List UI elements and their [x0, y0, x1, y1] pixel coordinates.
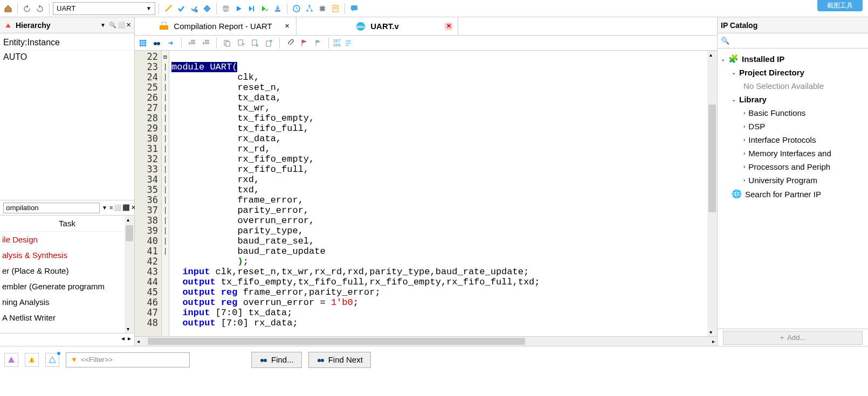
divider [279, 38, 280, 48]
task-item[interactable]: ning Analysis [0, 294, 134, 310]
undo-icon[interactable] [21, 3, 33, 15]
ip-library-item[interactable]: ›Interface Protocols [720, 133, 866, 147]
pin-icon[interactable]: ⬜ [118, 22, 125, 29]
cut-icon[interactable] [235, 37, 247, 49]
code-content[interactable]: module UART( clk, reset_n, tx_data, tx_w… [169, 51, 707, 336]
tab-uart-v[interactable]: abc UART.v ✕ [297, 17, 458, 35]
line-numbers-icon[interactable]: 267 268 [333, 37, 340, 49]
diamond-icon[interactable] [201, 3, 213, 15]
chip-icon[interactable] [316, 3, 328, 15]
tasks-combo[interactable] [3, 203, 100, 213]
ip-library[interactable]: ⌄ Library [720, 93, 866, 106]
filter-input[interactable]: ▼ <<Filter>> [66, 352, 190, 367]
binoculars-icon[interactable] [151, 37, 163, 49]
ip-library-item[interactable]: ›Memory Interfaces and [720, 147, 866, 160]
ip-search-input[interactable] [732, 37, 865, 45]
scrollbar-thumb[interactable] [708, 105, 716, 212]
tree-icon[interactable] [304, 3, 315, 15]
doc-icon[interactable] [329, 3, 341, 15]
copy-icon[interactable] [221, 37, 233, 49]
hierarchy-root[interactable]: AUTO [2, 50, 132, 64]
divider [17, 3, 18, 14]
add-ip-button[interactable]: + Add... [723, 331, 863, 345]
bubble-icon[interactable] [348, 3, 360, 15]
puzzle-icon: 🧩 [728, 54, 739, 64]
close-tab-icon[interactable]: ✕ [445, 23, 452, 30]
svg-point-26 [264, 359, 267, 362]
scroll-right-icon[interactable]: ▸ [712, 338, 715, 344]
task-item[interactable]: A Netlist Writer [0, 310, 134, 325]
task-item[interactable]: er (Place & Route) [0, 263, 134, 279]
fold-gutter[interactable]: ⊟ │ │ │ │ │ │ │ │ │ │ │ │ │ │ │ │ │ │ │ [162, 51, 169, 336]
scroll-right-icon[interactable]: ▸ [128, 335, 131, 345]
divider [181, 38, 182, 48]
ip-library-item[interactable]: ›University Program [720, 173, 866, 187]
play-next-icon[interactable] [246, 3, 258, 15]
indent-icon[interactable] [186, 37, 198, 49]
flag-dim-icon[interactable] [312, 37, 324, 49]
scroll-up-icon[interactable]: ▴ [127, 217, 129, 223]
task-item[interactable]: embler (Generate programm [0, 279, 134, 294]
attach-icon[interactable] [284, 37, 296, 49]
close-tab-icon[interactable]: ✕ [283, 23, 291, 30]
svg-rect-22 [252, 40, 257, 45]
task-item[interactable]: alysis & Synthesis [0, 247, 134, 263]
arrow-right-icon[interactable] [165, 37, 177, 49]
download-icon[interactable] [272, 3, 284, 15]
scroll-left-icon[interactable]: ◂ [121, 335, 125, 345]
ip-project-dir[interactable]: ⌄ Project Directory [720, 66, 866, 79]
tasks-body: Task ile Designalysis & Synthesiser (Pla… [0, 216, 134, 333]
wrap-icon[interactable] [342, 37, 354, 49]
ip-search-partner[interactable]: 🌐 Search for Partner IP [720, 187, 866, 201]
ip-library-item[interactable]: ›Processors and Periph [720, 160, 866, 173]
home-icon[interactable] [2, 3, 14, 15]
paste-up-icon[interactable] [263, 37, 275, 49]
paste-down-icon[interactable] [249, 37, 261, 49]
redo-icon[interactable] [34, 3, 46, 15]
stop-icon[interactable]: STOP [220, 3, 232, 15]
check-blue-icon[interactable] [175, 3, 187, 15]
check-gear-icon[interactable] [188, 3, 200, 15]
ip-root[interactable]: ⌄ 🧩 Installed IP [720, 52, 866, 66]
ip-title: IP Catalog [721, 21, 865, 30]
play-check-icon[interactable] [259, 3, 271, 15]
chevron-down-icon[interactable]: ▼ [102, 205, 107, 211]
warning-purple-icon[interactable] [4, 353, 18, 367]
flag-icon[interactable] [298, 37, 310, 49]
ip-search: 🔍 [718, 33, 868, 48]
scroll-down-icon[interactable]: ▾ [709, 329, 712, 335]
line-gutter: 22 23 24 25 26 27 28 29 30 31 32 33 34 3… [135, 51, 162, 336]
outdent-icon[interactable] [200, 37, 212, 49]
warning-blue-icon[interactable] [45, 353, 59, 367]
tasks-scrollbar[interactable]: ▴ ▾ [125, 216, 134, 333]
ip-library-item[interactable]: ›DSP [720, 120, 866, 133]
project-selector[interactable]: UART ▼ [53, 2, 155, 15]
ip-library-item[interactable]: ›Basic Functions [720, 106, 866, 120]
find-button[interactable]: Find... [251, 352, 302, 368]
list-icon[interactable]: ≡ [109, 204, 113, 211]
chevron-down-icon[interactable]: ▼ [100, 22, 106, 28]
maximize-icon[interactable]: ⬛ [122, 204, 130, 211]
scroll-left-icon[interactable]: ◂ [137, 338, 140, 344]
play-icon[interactable] [233, 3, 245, 15]
file-icon: abc [355, 21, 366, 32]
warning-yellow-icon[interactable]: ! [25, 353, 39, 367]
ip-header: IP Catalog [718, 17, 868, 33]
clock-icon[interactable] [291, 3, 302, 15]
scrollbar-thumb[interactable] [148, 338, 525, 345]
pin-icon[interactable]: ⬜ [114, 204, 121, 211]
find-next-button[interactable]: Find Next [308, 352, 371, 368]
editor-hscrollbar[interactable]: ◂ ▸ [135, 336, 717, 346]
editor-vscrollbar[interactable]: ▴ ▾ [707, 51, 717, 336]
scrollbar-thumb[interactable] [126, 225, 133, 241]
scroll-up-icon[interactable]: ▴ [709, 52, 712, 58]
chevron-down-icon: ⌄ [732, 70, 736, 75]
search-small-icon[interactable]: 🔍 [109, 22, 116, 29]
scroll-down-icon[interactable]: ▾ [127, 326, 129, 332]
tab-compilation-report[interactable]: Compilation Report - UART ✕ [135, 17, 297, 35]
close-panel-icon[interactable]: ✕ [126, 22, 131, 29]
wand-icon[interactable] [162, 3, 174, 15]
task-item[interactable]: ile Design [0, 232, 134, 247]
tab-label: Compilation Report - UART [174, 22, 272, 31]
grid-icon[interactable] [137, 37, 149, 49]
